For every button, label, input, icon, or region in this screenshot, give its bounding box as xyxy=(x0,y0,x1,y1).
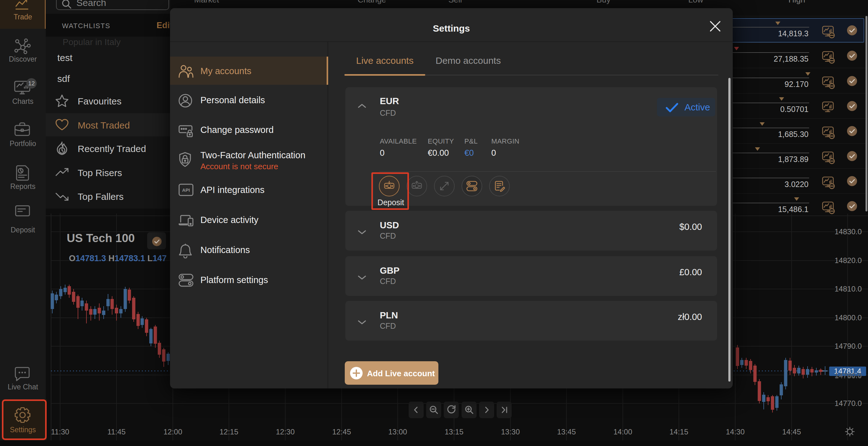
svg-text:API: API xyxy=(182,187,190,193)
